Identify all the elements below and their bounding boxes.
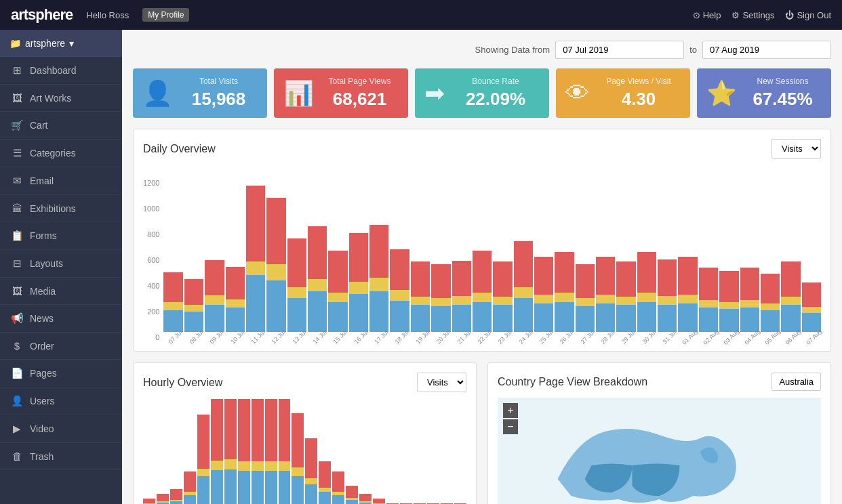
hourly-bar-red: [184, 471, 196, 492]
bar-red: [452, 261, 471, 296]
hourly-bar-yellow: [279, 461, 291, 471]
hourly-bar-yellow: [224, 459, 237, 469]
bar-blue: [246, 275, 265, 332]
stat-label-pageviews: Total Page Views: [321, 77, 399, 86]
hourly-bar-group: [143, 399, 155, 504]
hourly-bar-group: [238, 399, 250, 504]
trash-icon: 🗑: [11, 450, 23, 462]
pvv-icon: 👁: [565, 79, 590, 108]
bar-red: [184, 279, 203, 305]
hourly-bar-blue: [265, 471, 277, 504]
sidebar-item-label: Order: [30, 341, 54, 352]
bar-red: [287, 238, 306, 287]
sidebar-item-news[interactable]: 📢 News: [0, 305, 122, 333]
hourly-bar-group: [454, 399, 466, 504]
hourly-bar-red: [224, 399, 237, 459]
sidebar-item-categories[interactable]: ☰ Categories: [0, 140, 122, 167]
order-icon: $: [11, 340, 23, 352]
bar-group: [328, 169, 347, 332]
stat-card-sessions: ⭐ New Sessions 67.45%: [697, 68, 831, 118]
daily-chart-dropdown[interactable]: Visits: [771, 139, 821, 159]
sidebar-item-email[interactable]: ✉ Email: [0, 167, 122, 195]
sidebar-brand-label: artsphere: [25, 38, 65, 49]
from-date-input[interactable]: [555, 41, 684, 59]
map-area: + −: [498, 398, 821, 504]
sidebar-item-forms[interactable]: 📋 Forms: [0, 222, 122, 250]
hourly-bar-yellow: [252, 461, 264, 471]
bar-yellow: [555, 293, 574, 302]
hourly-bar-group: [170, 399, 182, 504]
daily-x-labels: 07 Jul08 Jul09 Jul10 Jul11 Jul12 Jul13 J…: [163, 335, 821, 341]
sidebar-item-pages[interactable]: 📄 Pages: [0, 360, 122, 387]
bar-group: [308, 169, 327, 332]
signout-link[interactable]: ⏻ Sign Out: [785, 10, 831, 20]
daily-chart-title: Daily Overview: [143, 143, 216, 155]
bar-yellow: [184, 305, 203, 312]
bar-yellow: [637, 293, 656, 302]
hourly-bar-red: [197, 415, 209, 469]
sidebar-item-video[interactable]: ▶ Video: [0, 415, 122, 443]
sidebar-item-label: Art Works: [30, 93, 71, 104]
users-icon: 👤: [11, 395, 23, 407]
pageviews-icon: 📊: [283, 79, 314, 108]
settings-link[interactable]: ⚙ Settings: [731, 10, 774, 20]
bar-yellow: [452, 296, 471, 305]
sidebar-item-exhibitions[interactable]: 🏛 Exhibitions: [0, 195, 122, 222]
sidebar-item-label: Trash: [30, 451, 54, 462]
bar-yellow: [246, 261, 265, 275]
map-svg: [498, 398, 821, 504]
bar-group: [452, 169, 471, 332]
hourly-bar-group: [373, 399, 385, 504]
hourly-bar-blue: [224, 469, 237, 504]
bar-group: [699, 169, 718, 332]
sidebar-item-artworks[interactable]: 🖼 Art Works: [0, 85, 122, 112]
hourly-bar-red: [157, 494, 169, 501]
bar-yellow: [308, 279, 327, 291]
my-profile-link[interactable]: My Profile: [142, 8, 189, 22]
sidebar-item-label: Users: [30, 396, 55, 406]
hourly-bar-red: [170, 489, 182, 500]
bar-yellow: [287, 287, 306, 298]
sidebar-item-label: Layouts: [30, 258, 63, 269]
bar-group: [678, 169, 697, 332]
sidebar-item-media[interactable]: 🖼 Media: [0, 278, 122, 305]
bar-yellow: [781, 297, 800, 305]
sidebar-item-cart[interactable]: 🛒 Cart: [0, 112, 122, 140]
hourly-bar-group: [184, 399, 196, 504]
sidebar-item-dashboard[interactable]: ⊞ Dashboard: [0, 57, 122, 85]
stat-info-sessions: New Sessions 67.45%: [744, 77, 822, 110]
bar-yellow: [473, 293, 492, 302]
hourly-bar-yellow: [238, 461, 250, 471]
bar-group: [266, 169, 285, 332]
bar-red: [576, 264, 595, 298]
stat-label-bounce: Bounce Rate: [452, 77, 540, 86]
bar-red: [266, 198, 285, 264]
hourly-bar-group: [211, 399, 223, 504]
hourly-chart-title: Hourly Overview: [143, 377, 222, 389]
help-link[interactable]: ⊙ Help: [693, 10, 721, 20]
hourly-overview-section: Hourly Overview Visits: [133, 362, 477, 504]
hourly-bar-red: [346, 486, 358, 498]
stat-card-visits: 👤 Total Visits 15,968: [133, 68, 267, 118]
bar-red: [678, 257, 697, 295]
bar-red: [616, 261, 635, 297]
country-dropdown[interactable]: Australia: [771, 373, 821, 391]
bar-group: [534, 169, 553, 332]
sidebar-item-trash[interactable]: 🗑 Trash: [0, 443, 122, 470]
sidebar-item-order[interactable]: $ Order: [0, 333, 122, 360]
sidebar-item-label: Cart: [30, 120, 47, 131]
sidebar-brand[interactable]: 📁 artsphere ▾: [0, 30, 122, 57]
hourly-bar-group: [427, 399, 439, 504]
hourly-chart-dropdown[interactable]: Visits: [417, 373, 466, 392]
bar-yellow: [411, 297, 430, 305]
hourly-bar-group: [332, 399, 344, 504]
sidebar-item-users[interactable]: 👤 Users: [0, 387, 122, 415]
sidebar-item-layouts[interactable]: ⊟ Layouts: [0, 250, 122, 278]
hourly-bar-group: [346, 399, 358, 504]
bar-blue: [349, 294, 368, 332]
bar-yellow: [390, 290, 409, 301]
bar-group: [287, 169, 306, 332]
hourly-bar-red: [143, 499, 155, 503]
bar-group: [349, 169, 368, 332]
to-date-input[interactable]: [702, 41, 831, 59]
